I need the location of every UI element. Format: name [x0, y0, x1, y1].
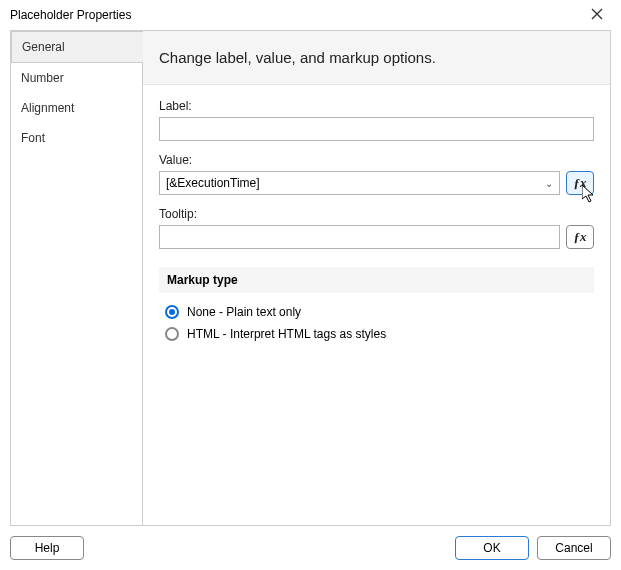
value-field-label: Value:: [159, 153, 594, 167]
label-input[interactable]: [159, 117, 594, 141]
panel-heading: Change label, value, and markup options.: [143, 31, 610, 85]
value-select-text: [&ExecutionTime]: [166, 176, 260, 190]
tab-general[interactable]: General: [11, 31, 143, 63]
tooltip-input[interactable]: [159, 225, 560, 249]
content-panel: Change label, value, and markup options.…: [143, 31, 610, 525]
fx-icon: ƒx: [574, 175, 587, 191]
cancel-button[interactable]: Cancel: [537, 536, 611, 560]
radio-icon: [165, 327, 179, 341]
footer-button-group: OK Cancel: [455, 536, 611, 560]
chevron-down-icon: ⌄: [545, 178, 553, 189]
markup-section-header: Markup type: [159, 267, 594, 293]
markup-option-none[interactable]: None - Plain text only: [159, 301, 594, 323]
tooltip-expression-button[interactable]: ƒx: [566, 225, 594, 249]
tab-alignment[interactable]: Alignment: [11, 93, 142, 123]
value-expression-button[interactable]: ƒx: [566, 171, 594, 195]
markup-option-label: None - Plain text only: [187, 305, 301, 319]
ok-button[interactable]: OK: [455, 536, 529, 560]
tab-number[interactable]: Number: [11, 63, 142, 93]
footer: Help OK Cancel: [10, 536, 611, 560]
close-button[interactable]: [583, 6, 611, 24]
panel-body: Label: Value: [&ExecutionTime] ⌄ ƒx Tool…: [143, 85, 610, 359]
close-icon: [591, 8, 603, 20]
tab-font[interactable]: Font: [11, 123, 142, 153]
main-area: General Number Alignment Font Change lab…: [10, 30, 611, 526]
sidebar: General Number Alignment Font: [11, 31, 143, 525]
markup-option-html[interactable]: HTML - Interpret HTML tags as styles: [159, 323, 594, 345]
fx-icon: ƒx: [574, 229, 587, 245]
help-button[interactable]: Help: [10, 536, 84, 560]
tooltip-field-label: Tooltip:: [159, 207, 594, 221]
title-bar: Placeholder Properties: [0, 0, 621, 30]
window-title: Placeholder Properties: [10, 8, 131, 22]
value-select[interactable]: [&ExecutionTime] ⌄: [159, 171, 560, 195]
markup-option-label: HTML - Interpret HTML tags as styles: [187, 327, 386, 341]
radio-icon: [165, 305, 179, 319]
label-field-label: Label:: [159, 99, 594, 113]
